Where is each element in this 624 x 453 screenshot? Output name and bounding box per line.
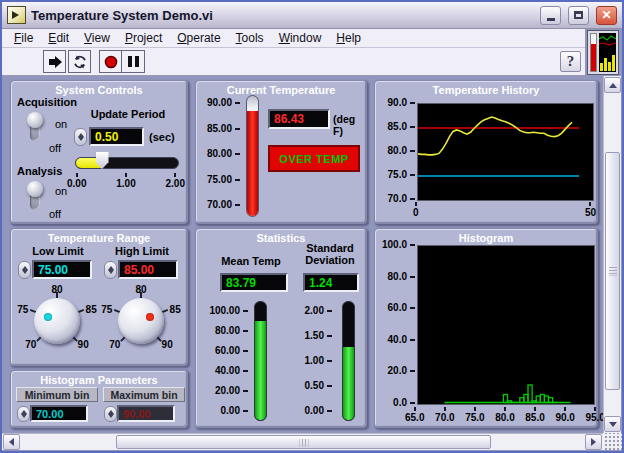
vi-thermometer-icon [587, 30, 619, 75]
minimize-button[interactable] [540, 6, 561, 25]
update-period-slider[interactable] [75, 157, 179, 169]
toolbar: ? [2, 48, 585, 76]
tick-label: 85.0 [525, 412, 544, 423]
panel-temperature-history: Temperature History 90.085.080.075.070.0… [374, 80, 598, 224]
scroll-down-button[interactable] [604, 416, 621, 432]
knob-tick-label: 90 [162, 338, 173, 349]
std-dev-bar-scale: 2.001.501.000.500.00 [288, 306, 332, 416]
resize-grip[interactable] [603, 433, 622, 450]
mean-temp-bar-scale: 100.0080.0060.0040.0020.000.00 [198, 306, 248, 416]
acquisition-on-label: on [55, 118, 67, 130]
titlebar: Temperature System Demo.vi ✕ [2, 2, 622, 29]
panel-title: System Controls [11, 84, 187, 96]
panel-histogram-parameters: Histogram Parameters Minimum bin Maximum… [10, 370, 188, 428]
minimum-bin-input[interactable]: 70.00 [30, 405, 88, 422]
knob-tick-label: 75 [17, 303, 28, 314]
help-button[interactable]: ? [560, 51, 581, 72]
knob-tick-label: 80 [51, 284, 62, 295]
chevron-down-icon [609, 422, 617, 431]
menu-view[interactable]: View [77, 31, 118, 45]
maximize-button[interactable] [568, 6, 589, 25]
high-limit-input[interactable]: 85.00 [118, 260, 178, 279]
knob-tick-label: 70 [25, 338, 36, 349]
low-limit-knob[interactable]: 7075808590 [15, 281, 99, 361]
tick-label: 80.0 [495, 412, 514, 423]
maximum-bin-label: Maximum bin [103, 387, 185, 402]
tick-label: 100.0 [382, 240, 407, 250]
menu-operate[interactable]: Operate [170, 31, 228, 45]
menu-tools[interactable]: Tools [229, 31, 272, 45]
tick-label: 2.00 [166, 178, 185, 189]
tick-label: 1.50 [305, 331, 324, 341]
minimize-icon [547, 18, 555, 21]
minimum-bin-spinner[interactable] [17, 406, 30, 422]
vertical-scrollbar[interactable] [603, 76, 621, 433]
analysis-switch[interactable] [25, 181, 45, 213]
panel-temperature-range: Temperature Range Low Limit High Limit 7… [10, 228, 188, 366]
update-period-spinner[interactable] [74, 128, 87, 146]
update-period-unit: (sec) [149, 131, 175, 143]
menu-window[interactable]: Window [272, 31, 330, 45]
vertical-scrollbar-thumb[interactable] [605, 152, 620, 390]
std-dev-bar-fill [343, 347, 354, 420]
high-limit-label: High Limit [97, 245, 187, 257]
maximum-bin-spinner[interactable] [104, 406, 117, 422]
low-limit-spinner[interactable] [18, 261, 31, 279]
analysis-on-label: on [55, 185, 67, 197]
tick-label: 1.00 [116, 178, 135, 189]
panel-title: Temperature Range [11, 232, 187, 244]
pause-button[interactable] [122, 50, 145, 73]
acquisition-label: Acquisition [17, 96, 77, 108]
tick-label: 80.0 [388, 272, 407, 282]
high-limit-spinner[interactable] [104, 261, 117, 279]
tick-label: 40.00 [215, 366, 240, 376]
horizontal-scrollbar[interactable] [2, 433, 603, 450]
panel-histogram: Histogram 100.080.060.040.020.00.0 65.07… [374, 228, 598, 428]
tick-label: 60.00 [215, 346, 240, 356]
maximize-icon [574, 11, 583, 19]
panel-title: Histogram Parameters [11, 374, 187, 386]
chevron-up-icon [609, 79, 617, 88]
tick-label: 75.0 [388, 170, 407, 180]
tick-label: 70.00 [207, 200, 232, 210]
tick-label: 50 [585, 207, 596, 218]
tick-label: 60.0 [388, 303, 407, 313]
tick-label: 90.0 [555, 412, 574, 423]
scroll-right-button[interactable] [585, 434, 602, 450]
maximum-bin-input[interactable]: 90.00 [117, 405, 175, 422]
thermometer-fill [247, 111, 258, 216]
low-limit-input[interactable]: 75.00 [32, 260, 92, 279]
update-period-input[interactable]: 0.50 [89, 127, 144, 146]
slider-scale: 0.001.002.00 [67, 173, 185, 189]
menu-file[interactable]: File [7, 31, 41, 45]
histogram-y-axis: 100.080.060.040.020.00.0 [377, 240, 415, 408]
menu-project[interactable]: Project [118, 31, 170, 45]
knob-face[interactable] [34, 298, 80, 344]
tick-label: 85.0 [388, 122, 407, 132]
scroll-up-button[interactable] [604, 77, 621, 93]
knob-tick-label: 90 [78, 338, 89, 349]
knob-pointer-dot [44, 313, 52, 321]
knob-face[interactable] [118, 298, 164, 344]
tick-label: 0.00 [221, 406, 240, 416]
pause-icon [128, 56, 139, 67]
menu-edit[interactable]: Edit [41, 31, 77, 45]
close-button[interactable]: ✕ [596, 6, 617, 25]
tick-label: 75.0 [465, 412, 484, 423]
tick-label: 80.0 [388, 146, 407, 156]
horizontal-scrollbar-thumb[interactable] [116, 435, 491, 449]
scroll-left-button[interactable] [3, 434, 20, 450]
tick-label: 0.00 [305, 406, 324, 416]
tick-label: 80.00 [215, 326, 240, 336]
menubar: FileEditViewProjectOperateToolsWindowHel… [2, 29, 585, 48]
menu-help[interactable]: Help [329, 31, 369, 45]
update-period-label: Update Period [71, 108, 185, 120]
histogram-x-axis: 65.070.075.080.085.090.095.0 [405, 407, 605, 423]
continuous-run-icon [72, 54, 88, 70]
acquisition-switch[interactable] [25, 112, 45, 144]
high-limit-knob[interactable]: 7075808590 [99, 281, 183, 361]
run-continuously-button[interactable] [68, 50, 91, 73]
tick-label: 20.0 [388, 366, 407, 376]
run-button[interactable] [43, 50, 66, 73]
abort-button[interactable] [99, 50, 122, 73]
